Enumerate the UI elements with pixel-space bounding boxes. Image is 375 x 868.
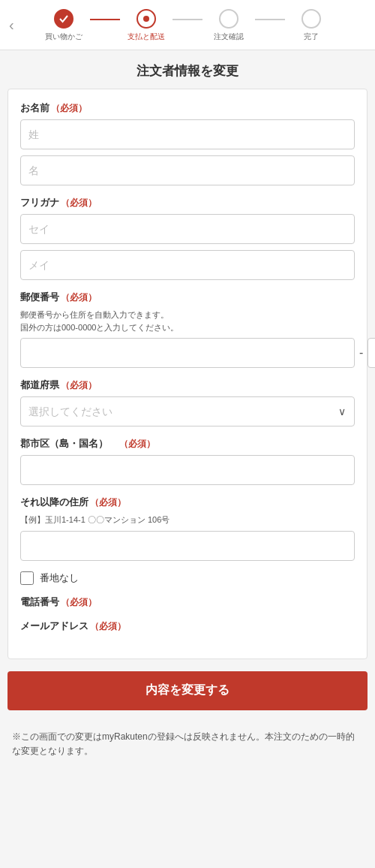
field-group-name: お名前（必須）	[20, 101, 355, 185]
address-hint: 【例】玉川1-14-1 〇〇マンション 106号	[20, 514, 355, 526]
first-name-input[interactable]	[20, 155, 355, 185]
submit-button[interactable]: 内容を変更する	[8, 671, 368, 710]
step-line-1	[90, 19, 120, 20]
city-label: 郡市区（島・国名） （必須）	[20, 437, 355, 451]
phone-label: 電話番号（必須）	[20, 595, 355, 609]
no-banchi-checkbox[interactable]	[20, 571, 34, 585]
form-card: お名前（必須） フリガナ（必須） 郵便番号（必須） 郵便番号から住所を自動入力で…	[8, 89, 368, 659]
name-label: お名前（必須）	[20, 101, 355, 115]
prefecture-label: 都道府県（必須）	[20, 378, 355, 392]
postal-row: - 住所検索	[20, 338, 355, 368]
step-confirm: 注文確認	[202, 9, 255, 42]
address-label: それ以降の住所（必須）	[20, 496, 355, 509]
step-circle-payment	[136, 9, 156, 29]
field-group-furigana: フリガナ（必須）	[20, 196, 355, 280]
address-input[interactable]	[20, 531, 355, 561]
prefecture-select-wrapper: 選択してください 北海道青森県岩手県宮城県 秋田県山形県福島県茨城県 栃木県群馬…	[20, 396, 355, 426]
step-line-2	[172, 19, 202, 20]
field-group-city: 郡市区（島・国名） （必須）	[20, 437, 355, 485]
svg-point-0	[143, 16, 149, 22]
step-circle-confirm	[219, 9, 238, 29]
postal-input-2[interactable]	[368, 338, 375, 368]
stepper-bar: ‹ 買い物かご 支払と配送 注文確認 完了	[0, 0, 375, 50]
last-name-input[interactable]	[20, 119, 355, 149]
furigana-label: フリガナ（必須）	[20, 196, 355, 209]
step-label-confirm: 注文確認	[214, 32, 244, 42]
step-circle-cart	[54, 9, 74, 29]
step-payment: 支払と配送	[120, 9, 172, 42]
step-line-3	[255, 19, 285, 20]
step-cart: 買い物かご	[38, 9, 90, 42]
postal-dash: -	[359, 346, 363, 360]
field-group-prefecture: 都道府県（必須） 選択してください 北海道青森県岩手県宮城県 秋田県山形県福島県…	[20, 378, 355, 426]
prefecture-select[interactable]: 選択してください 北海道青森県岩手県宮城県 秋田県山形県福島県茨城県 栃木県群馬…	[20, 396, 355, 426]
email-label: メールアドレス（必須）	[20, 619, 355, 633]
submit-area: 内容を変更する	[0, 659, 375, 722]
step-label-complete: 完了	[304, 32, 319, 42]
no-banchi-label: 番地なし	[40, 571, 79, 585]
field-group-postal: 郵便番号（必須） 郵便番号から住所を自動入力できます。 国外の方は000-000…	[20, 291, 355, 368]
city-input[interactable]	[20, 455, 355, 485]
step-circle-complete	[302, 9, 321, 29]
no-banchi-row: 番地なし	[20, 571, 355, 585]
stepper: 買い物かご 支払と配送 注文確認 完了	[38, 9, 338, 42]
step-complete: 完了	[285, 9, 338, 42]
furigana-first-input[interactable]	[20, 250, 355, 280]
postal-label: 郵便番号（必須）	[20, 291, 355, 304]
back-button[interactable]: ‹	[9, 17, 14, 34]
field-group-address: それ以降の住所（必須） 【例】玉川1-14-1 〇〇マンション 106号	[20, 496, 355, 561]
postal-input-1[interactable]	[20, 338, 355, 368]
disclaimer: ※この画面での変更はmyRakutenの登録へは反映されません。本注文のための一…	[0, 722, 375, 773]
furigana-last-input[interactable]	[20, 214, 355, 244]
field-group-phone: 電話番号（必須）	[20, 595, 355, 609]
postal-hint: 郵便番号から住所を自動入力できます。 国外の方は000-0000と入力してくださ…	[20, 309, 355, 333]
step-label-cart: 買い物かご	[45, 32, 82, 42]
page-title: 注文者情報を変更	[0, 50, 375, 89]
step-label-payment: 支払と配送	[128, 32, 165, 42]
field-group-email: メールアドレス（必須）	[20, 619, 355, 633]
